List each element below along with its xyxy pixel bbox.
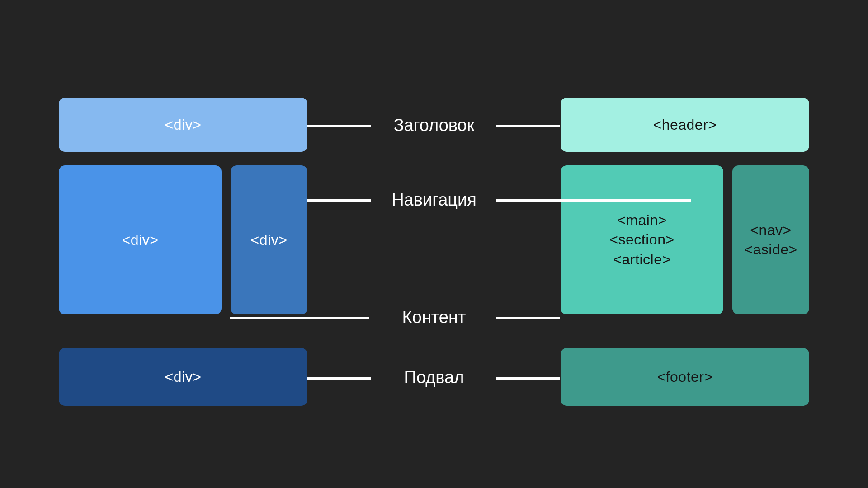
- left-header-label: <div>: [165, 117, 202, 133]
- connector-right-footer: [496, 377, 560, 380]
- right-footer-block: <footer>: [561, 348, 809, 406]
- left-footer-block: <div>: [59, 348, 307, 406]
- label-content: Контент: [375, 308, 493, 327]
- right-main-label-2: <section>: [609, 230, 674, 249]
- connector-left-header: [307, 125, 371, 127]
- right-main-label-1: <main>: [617, 211, 667, 230]
- connector-left-nav: [307, 199, 371, 202]
- connector-right-header: [496, 125, 560, 127]
- connector-right-content: [496, 317, 560, 319]
- label-navigation: Навигация: [375, 190, 493, 210]
- label-header: Заголовок: [375, 116, 493, 135]
- left-aside-label: <div>: [251, 232, 288, 249]
- right-aside-block: <nav> <aside>: [732, 165, 809, 314]
- right-aside-label-2: <aside>: [744, 240, 797, 259]
- left-aside-block: <div>: [231, 165, 307, 314]
- right-header-block: <header>: [561, 98, 809, 152]
- right-footer-label: <footer>: [657, 369, 712, 385]
- diagram-canvas: <div> <div> <div> <div> <header> <main> …: [0, 0, 868, 488]
- right-main-block: <main> <section> <article>: [561, 165, 723, 314]
- left-footer-label: <div>: [165, 369, 202, 385]
- right-aside-label-1: <nav>: [750, 221, 791, 240]
- label-footer: Подвал: [375, 368, 493, 387]
- connector-right-nav: [496, 199, 691, 202]
- connector-left-footer: [307, 377, 371, 380]
- left-main-label: <div>: [122, 232, 159, 249]
- right-main-label-3: <article>: [613, 250, 670, 269]
- left-main-block: <div>: [59, 165, 222, 314]
- left-header-block: <div>: [59, 98, 307, 152]
- right-header-label: <header>: [653, 117, 717, 133]
- connector-left-content: [230, 317, 369, 319]
